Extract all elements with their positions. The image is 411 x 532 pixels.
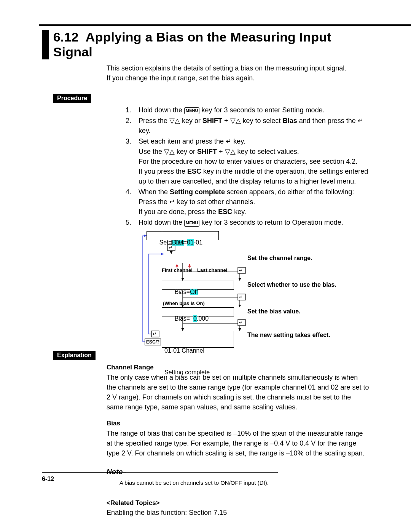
diagram-connectors: ↵ ↵ ↵ ↵ ↵ [107, 231, 373, 349]
diagram-right-label: Set the bias value. [247, 308, 301, 315]
lcd-channel-range: CH=01-01 [162, 231, 219, 240]
channel-range-heading: Channel Range [107, 363, 369, 372]
procedure-step: 2. Press the ▽△ key or SHIFT + ▽△ key to… [126, 116, 369, 136]
diagram-right-label: Set the channel range. [247, 255, 312, 262]
svg-text:↵: ↵ [239, 268, 243, 273]
related-topics-text: Enabling the bias function: Section 7.15 [107, 508, 369, 518]
procedure-step: 5. Hold down the MENU key for 3 seconds … [126, 217, 369, 227]
page-footer: 6-12 [42, 472, 278, 482]
footer-rule [42, 472, 278, 473]
last-channel-caption: Last channel [197, 267, 227, 273]
first-channel-caption: First channel [162, 267, 193, 273]
svg-text:↵: ↵ [153, 331, 156, 337]
procedure-list: 1. Hold down the MENU key for 3 seconds … [42, 105, 369, 227]
heading-accent-bar [42, 30, 49, 59]
enter-key-icon: ↵ [358, 117, 363, 125]
diagram-right-label: Select whether to use the bias. [247, 281, 336, 288]
when-bias-on-caption: (When bias is On) [163, 300, 205, 306]
menu-key-icon: MENU [184, 220, 199, 227]
menu-key-icon: MENU [184, 107, 199, 114]
intro-paragraph: This section explains the details of set… [107, 63, 369, 83]
flow-diagram: ↵ ↵ ↵ ↵ ↵ Set [107, 231, 369, 349]
related-topics-heading: <Related Topics> [107, 498, 369, 508]
bias-text: The range of bias that can be specified … [107, 428, 369, 458]
procedure-step: 4. When the Setting complete screen appe… [126, 187, 369, 217]
lcd-setting-complete: 01-01 Channel Setting complete [162, 331, 234, 348]
lcd-bias-onoff: Bias=Off [162, 281, 234, 290]
svg-text:↵: ↵ [239, 294, 243, 300]
section-heading: 6.12 Applying a Bias on the Measuring In… [42, 30, 369, 59]
section-number: 6.12 [53, 30, 79, 44]
procedure-label: Procedure [53, 94, 91, 103]
esc-help-key-icon: ESC/? [145, 339, 161, 345]
svg-text:↵: ↵ [239, 320, 243, 325]
top-rule [39, 24, 411, 26]
enter-key-icon: ↵ [226, 137, 231, 145]
explanation-body: Channel Range The only case when a bias … [107, 363, 369, 518]
bias-heading: Bias [107, 419, 369, 428]
page-number: 6-12 [42, 476, 54, 482]
section-title: Applying a Bias on the Measuring Input S… [53, 30, 331, 59]
explanation-label: Explanation [53, 351, 96, 360]
intro-line: If you change the input range, set the b… [107, 73, 369, 83]
channel-range-text: The only case when a bias can be set on … [107, 372, 369, 412]
procedure-step: 1. Hold down the MENU key for 3 seconds … [126, 105, 369, 115]
enter-key-icon: ↵ [169, 198, 175, 206]
lcd-bias-value: Bias= 0.000 [162, 307, 234, 316]
diagram-right-label: The new setting takes effect. [247, 332, 330, 339]
procedure-step: 3. Set each item and press the ↵ key. Us… [126, 136, 369, 186]
intro-line: This section explains the details of set… [107, 63, 369, 73]
